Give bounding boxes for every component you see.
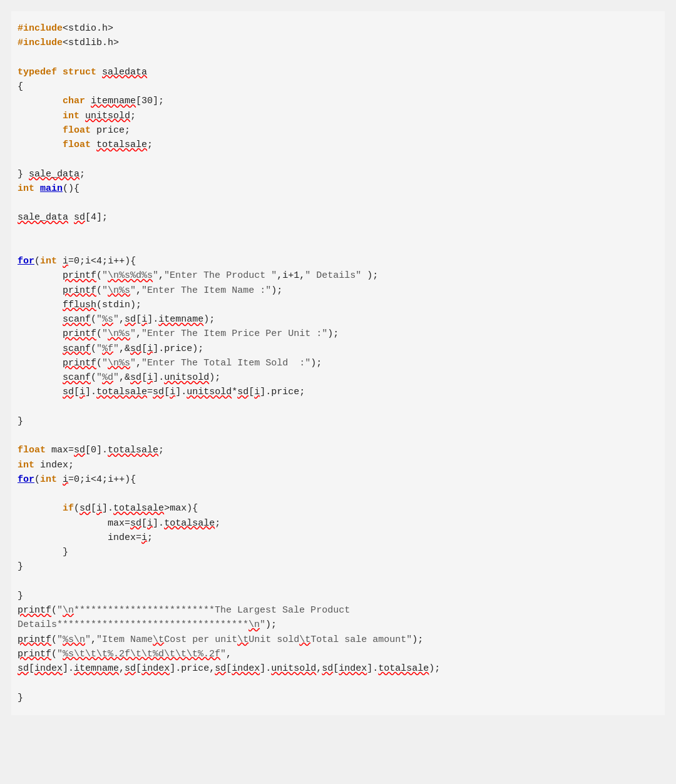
line-printf-largest-2: Details*********************************…	[18, 618, 658, 632]
line-empty-10	[18, 676, 658, 690]
line-scanf-3: scanf("%d",&sd[i].unitsold);	[18, 370, 658, 385]
line-printf-header: printf("%s\n","Item Name\tCost per unit\…	[18, 633, 658, 647]
line-main: int main(){	[18, 181, 658, 196]
line-scanf-1: scanf("%s",sd[i].itemname);	[18, 312, 658, 327]
line-printf-values-2: sd[index].itemname,sd[index].price,sd[in…	[18, 661, 658, 676]
line-empty-2	[18, 152, 658, 166]
line-empty-1	[18, 51, 658, 65]
line-int-unitsold: int unitsold;	[18, 109, 658, 123]
line-empty-9	[18, 574, 658, 589]
line-printf-2: printf("\n%s","Enter The Item Name :");	[18, 283, 658, 298]
line-printf-values-1: printf("%s\t\t\t%.2f\t\t%d\t\t\t%.2f",	[18, 647, 658, 661]
line-empty-5	[18, 240, 658, 254]
line-close-if: }	[18, 545, 658, 559]
line-close-for-1: }	[18, 414, 658, 429]
line-close-for-2: }	[18, 559, 658, 574]
line-brace-open-1: {	[18, 79, 658, 94]
line-fflush: fflush(stdin);	[18, 298, 658, 312]
line-empty-7	[18, 429, 658, 443]
line-totalsale-calc: sd[i].totalsale=sd[i].unitsold*sd[i].pri…	[18, 385, 658, 399]
line-index-assign: index=i;	[18, 531, 658, 545]
line-char: char itemname[30];	[18, 94, 658, 108]
code-editor: #include<stdio.h> #include<stdlib.h> typ…	[11, 11, 665, 715]
line-empty-3	[18, 196, 658, 210]
line-empty-4	[18, 225, 658, 240]
line-for-2: for(int i=0;i<4;i++){	[18, 472, 658, 487]
line-printf-1: printf("\n%s%d%s","Enter The Product ",i…	[18, 268, 658, 283]
line-for-1: for(int i=0;i<4;i++){	[18, 254, 658, 268]
line-printf-4: printf("\n%s","Enter The Total Item Sold…	[18, 356, 658, 370]
line-1: #include<stdio.h>	[18, 21, 658, 36]
line-typedef: typedef struct saledata	[18, 65, 658, 79]
line-max-assign: max=sd[i].totalsale;	[18, 516, 658, 531]
line-close-main: }	[18, 691, 658, 705]
line-printf-3: printf("\n%s","Enter The Item Price Per …	[18, 327, 658, 341]
line-sale-data-sd: sale_data sd[4];	[18, 210, 658, 225]
line-if: if(sd[i].totalsale>max){	[18, 501, 658, 516]
line-float-max: float max=sd[0].totalsale;	[18, 443, 658, 457]
line-empty-8	[18, 487, 658, 501]
line-printf-largest: printf("\n*************************The L…	[18, 603, 658, 618]
line-scanf-2: scanf("%f",&sd[i].price);	[18, 342, 658, 356]
line-float-totalsale: float totalsale;	[18, 138, 658, 152]
line-empty-6	[18, 400, 658, 414]
line-int-index: int index;	[18, 458, 658, 472]
line-close-struct: } sale_data;	[18, 167, 658, 181]
line-float-price: float price;	[18, 123, 658, 138]
line-2: #include<stdlib.h>	[18, 36, 658, 50]
line-close-main-early: }	[18, 589, 658, 603]
